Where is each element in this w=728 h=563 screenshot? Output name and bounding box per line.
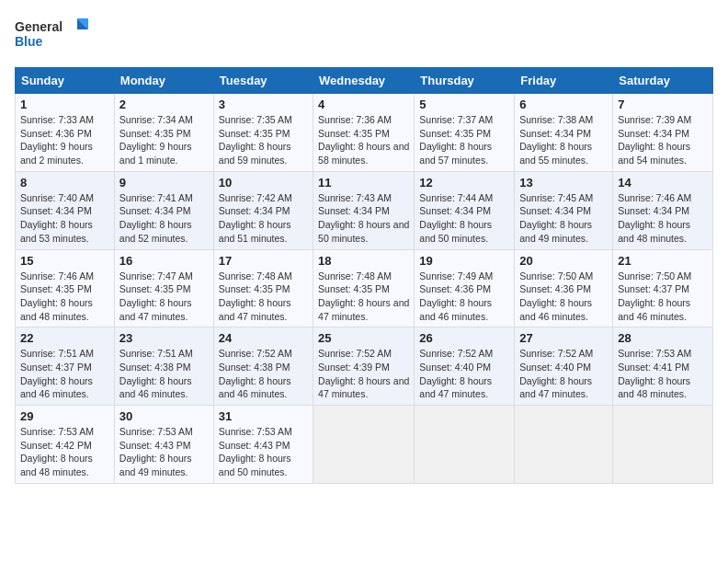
calendar-day-cell: 9Sunrise: 7:41 AMSunset: 4:34 PMDaylight…	[114, 171, 213, 249]
calendar-day-cell: 11Sunrise: 7:43 AMSunset: 4:34 PMDayligh…	[313, 171, 415, 249]
calendar-day-cell	[613, 406, 713, 484]
day-number: 5	[419, 98, 509, 111]
day-detail: Sunrise: 7:53 AMSunset: 4:43 PMDaylight:…	[219, 425, 308, 479]
calendar-day-cell	[313, 406, 415, 484]
calendar-day-cell: 5Sunrise: 7:37 AMSunset: 4:35 PMDaylight…	[415, 94, 515, 172]
day-number: 25	[318, 331, 409, 345]
day-detail: Sunrise: 7:52 AMSunset: 4:40 PMDaylight:…	[419, 347, 509, 401]
day-detail: Sunrise: 7:46 AMSunset: 4:34 PMDaylight:…	[618, 191, 708, 246]
calendar-day-cell: 22Sunrise: 7:51 AMSunset: 4:37 PMDayligh…	[16, 327, 115, 406]
day-detail: Sunrise: 7:41 AMSunset: 4:34 PMDaylight:…	[119, 191, 209, 246]
day-detail: Sunrise: 7:52 AMSunset: 4:40 PMDaylight:…	[519, 347, 608, 401]
calendar-day-cell: 25Sunrise: 7:52 AMSunset: 4:39 PMDayligh…	[313, 327, 415, 406]
calendar-body: 1Sunrise: 7:33 AMSunset: 4:36 PMDaylight…	[16, 94, 713, 484]
calendar-day-cell: 6Sunrise: 7:38 AMSunset: 4:34 PMDaylight…	[515, 94, 613, 172]
day-detail: Sunrise: 7:42 AMSunset: 4:34 PMDaylight:…	[219, 191, 308, 246]
calendar-day-cell: 28Sunrise: 7:53 AMSunset: 4:41 PMDayligh…	[613, 327, 713, 406]
day-detail: Sunrise: 7:53 AMSunset: 4:42 PMDaylight:…	[20, 425, 109, 479]
calendar-day-header: Sunday	[16, 68, 115, 94]
day-detail: Sunrise: 7:36 AMSunset: 4:35 PMDaylight:…	[318, 113, 409, 167]
day-number: 14	[618, 176, 708, 190]
calendar-day-cell: 31Sunrise: 7:53 AMSunset: 4:43 PMDayligh…	[213, 406, 313, 484]
logo: General Blue	[15, 15, 88, 56]
calendar-day-header: Thursday	[415, 68, 515, 94]
calendar-day-header: Friday	[515, 68, 613, 94]
day-number: 28	[618, 331, 708, 345]
calendar-day-cell: 12Sunrise: 7:44 AMSunset: 4:34 PMDayligh…	[415, 171, 515, 249]
day-number: 8	[20, 176, 109, 190]
calendar-day-cell: 17Sunrise: 7:48 AMSunset: 4:35 PMDayligh…	[213, 249, 313, 327]
day-number: 21	[618, 254, 708, 268]
day-number: 2	[119, 98, 209, 111]
day-number: 24	[219, 331, 308, 345]
calendar-day-cell: 27Sunrise: 7:52 AMSunset: 4:40 PMDayligh…	[515, 327, 613, 406]
day-detail: Sunrise: 7:40 AMSunset: 4:34 PMDaylight:…	[20, 191, 109, 246]
day-number: 9	[119, 176, 209, 190]
calendar-table: SundayMondayTuesdayWednesdayThursdayFrid…	[15, 67, 713, 484]
calendar-day-cell: 30Sunrise: 7:53 AMSunset: 4:43 PMDayligh…	[114, 406, 213, 484]
page-header: General Blue	[15, 15, 713, 56]
day-number: 30	[119, 409, 209, 423]
day-detail: Sunrise: 7:51 AMSunset: 4:37 PMDaylight:…	[20, 347, 109, 401]
calendar-day-cell: 16Sunrise: 7:47 AMSunset: 4:35 PMDayligh…	[114, 249, 213, 327]
calendar-day-cell: 8Sunrise: 7:40 AMSunset: 4:34 PMDaylight…	[16, 171, 115, 249]
day-detail: Sunrise: 7:49 AMSunset: 4:36 PMDaylight:…	[419, 270, 509, 324]
calendar-day-cell: 7Sunrise: 7:39 AMSunset: 4:34 PMDaylight…	[613, 94, 713, 172]
calendar-day-cell: 29Sunrise: 7:53 AMSunset: 4:42 PMDayligh…	[16, 406, 115, 484]
svg-text:General: General	[15, 19, 63, 34]
logo-svg: General Blue	[15, 15, 88, 56]
day-detail: Sunrise: 7:51 AMSunset: 4:38 PMDaylight:…	[119, 347, 209, 401]
calendar-day-cell: 3Sunrise: 7:35 AMSunset: 4:35 PMDaylight…	[213, 94, 313, 172]
svg-text:Blue: Blue	[15, 34, 43, 49]
calendar-day-cell: 24Sunrise: 7:52 AMSunset: 4:38 PMDayligh…	[213, 327, 313, 406]
day-detail: Sunrise: 7:48 AMSunset: 4:35 PMDaylight:…	[219, 270, 308, 324]
calendar-week-row: 22Sunrise: 7:51 AMSunset: 4:37 PMDayligh…	[16, 327, 713, 406]
day-detail: Sunrise: 7:34 AMSunset: 4:35 PMDaylight:…	[119, 113, 209, 167]
day-detail: Sunrise: 7:53 AMSunset: 4:43 PMDaylight:…	[119, 425, 209, 479]
day-detail: Sunrise: 7:50 AMSunset: 4:36 PMDaylight:…	[519, 270, 608, 324]
day-detail: Sunrise: 7:43 AMSunset: 4:34 PMDaylight:…	[318, 191, 409, 246]
calendar-day-cell: 13Sunrise: 7:45 AMSunset: 4:34 PMDayligh…	[515, 171, 613, 249]
calendar-header-row: SundayMondayTuesdayWednesdayThursdayFrid…	[16, 68, 713, 94]
day-detail: Sunrise: 7:53 AMSunset: 4:41 PMDaylight:…	[618, 347, 708, 401]
calendar-day-cell: 18Sunrise: 7:48 AMSunset: 4:35 PMDayligh…	[313, 249, 415, 327]
calendar-day-cell	[515, 406, 613, 484]
day-detail: Sunrise: 7:50 AMSunset: 4:37 PMDaylight:…	[618, 270, 708, 324]
calendar-week-row: 1Sunrise: 7:33 AMSunset: 4:36 PMDaylight…	[16, 94, 713, 172]
day-number: 31	[219, 409, 308, 423]
day-number: 22	[20, 331, 109, 345]
day-number: 13	[519, 176, 608, 190]
day-number: 19	[419, 254, 509, 268]
calendar-day-header: Monday	[114, 68, 213, 94]
day-number: 1	[20, 98, 109, 111]
day-number: 15	[20, 254, 109, 268]
day-number: 29	[20, 409, 109, 423]
day-number: 23	[119, 331, 209, 345]
day-number: 17	[219, 254, 308, 268]
day-number: 4	[318, 98, 409, 111]
day-number: 16	[119, 254, 209, 268]
day-number: 10	[219, 176, 308, 190]
calendar-day-header: Saturday	[613, 68, 713, 94]
day-detail: Sunrise: 7:33 AMSunset: 4:36 PMDaylight:…	[20, 113, 109, 167]
day-detail: Sunrise: 7:46 AMSunset: 4:35 PMDaylight:…	[20, 270, 109, 324]
day-number: 18	[318, 254, 409, 268]
day-number: 20	[519, 254, 608, 268]
calendar-day-cell: 10Sunrise: 7:42 AMSunset: 4:34 PMDayligh…	[213, 171, 313, 249]
day-detail: Sunrise: 7:52 AMSunset: 4:38 PMDaylight:…	[219, 347, 308, 401]
calendar-week-row: 15Sunrise: 7:46 AMSunset: 4:35 PMDayligh…	[16, 249, 713, 327]
calendar-day-cell: 19Sunrise: 7:49 AMSunset: 4:36 PMDayligh…	[415, 249, 515, 327]
calendar-day-cell: 20Sunrise: 7:50 AMSunset: 4:36 PMDayligh…	[515, 249, 613, 327]
day-detail: Sunrise: 7:38 AMSunset: 4:34 PMDaylight:…	[519, 113, 608, 167]
calendar-week-row: 8Sunrise: 7:40 AMSunset: 4:34 PMDaylight…	[16, 171, 713, 249]
calendar-day-cell: 21Sunrise: 7:50 AMSunset: 4:37 PMDayligh…	[613, 249, 713, 327]
day-number: 6	[519, 98, 608, 111]
day-number: 7	[618, 98, 708, 111]
calendar-week-row: 29Sunrise: 7:53 AMSunset: 4:42 PMDayligh…	[16, 406, 713, 484]
calendar-day-cell: 15Sunrise: 7:46 AMSunset: 4:35 PMDayligh…	[16, 249, 115, 327]
calendar-day-cell: 1Sunrise: 7:33 AMSunset: 4:36 PMDaylight…	[16, 94, 115, 172]
day-detail: Sunrise: 7:52 AMSunset: 4:39 PMDaylight:…	[318, 347, 409, 401]
day-detail: Sunrise: 7:48 AMSunset: 4:35 PMDaylight:…	[318, 270, 409, 324]
calendar-day-cell: 14Sunrise: 7:46 AMSunset: 4:34 PMDayligh…	[613, 171, 713, 249]
day-detail: Sunrise: 7:35 AMSunset: 4:35 PMDaylight:…	[219, 113, 308, 167]
